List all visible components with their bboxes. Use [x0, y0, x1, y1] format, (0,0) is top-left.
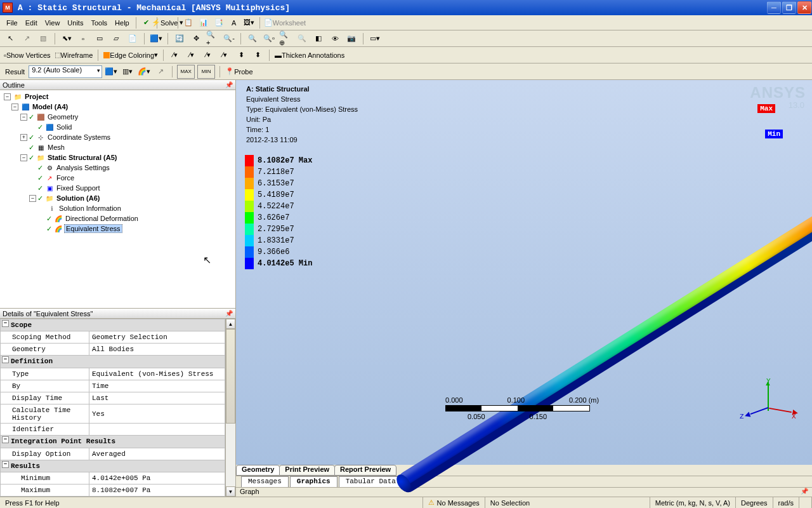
tree-toggle[interactable]: − — [20, 114, 27, 121]
edge2-icon[interactable]: ∕▾ — [185, 48, 199, 62]
details-pin-icon[interactable]: 📌 — [225, 310, 233, 317]
tree-force[interactable]: Force — [55, 174, 75, 182]
val-by[interactable]: Time — [89, 380, 225, 392]
val-calchist[interactable]: Yes — [89, 404, 225, 423]
look-at-icon[interactable]: 👁 — [328, 32, 342, 46]
subtab-messages[interactable]: Messages — [241, 476, 289, 487]
scroll-down-icon[interactable]: ▼ — [226, 486, 235, 497]
tab-print-preview[interactable]: Print Preview — [279, 465, 335, 476]
select2-icon[interactable]: ▧ — [36, 32, 50, 46]
zoom-box-icon[interactable]: 🔍▫ — [262, 32, 276, 46]
snapshot-icon[interactable]: 📷 — [344, 32, 358, 46]
tree-solid[interactable]: Solid — [55, 123, 73, 131]
val-geometry[interactable]: All Bodies — [89, 344, 225, 356]
contour-dropdown[interactable]: ▥▾ — [121, 65, 134, 79]
zoom-fit-icon[interactable]: 🔍 — [246, 32, 259, 46]
zoom-all-icon[interactable]: 🔍⊕ — [278, 32, 292, 46]
tree-mesh[interactable]: Mesh — [46, 144, 66, 151]
tb-btn-1[interactable]: 📋 — [181, 16, 195, 30]
box-select-icon[interactable]: ▭ — [93, 32, 107, 46]
outline-tree[interactable]: −📁Project −🟦Model (A4) −✓🟫Geometry ✓🟦Sol… — [0, 90, 235, 309]
menu-file[interactable]: File — [3, 18, 22, 28]
tree-dirdeform[interactable]: Directional Deformation — [64, 215, 140, 222]
maximize-button[interactable]: ❐ — [782, 1, 796, 14]
tab-report-preview[interactable]: Report Preview — [334, 465, 396, 476]
copy-icon[interactable]: 📄 — [126, 32, 140, 46]
3d-viewport[interactable]: ANSYS 13.0 A: Static Structural Equivale… — [236, 80, 812, 465]
scroll-thumb[interactable] — [226, 329, 235, 424]
show-vertices-button[interactable]: ▫Show Vertices — [3, 48, 51, 62]
menu-edit[interactable]: Edit — [22, 18, 41, 28]
beam-model[interactable] — [395, 175, 812, 493]
tree-toggle[interactable]: − — [29, 195, 36, 202]
text-button[interactable]: A — [227, 16, 241, 30]
tree-toggle[interactable]: − — [4, 93, 11, 100]
tree-toggle[interactable]: + — [20, 134, 27, 141]
menu-view[interactable]: View — [41, 18, 64, 28]
scroll-up-icon[interactable]: ▲ — [226, 319, 235, 329]
rotate-icon[interactable]: 🔄 — [173, 32, 187, 46]
tree-solinfo[interactable]: Solution Information — [58, 204, 122, 212]
pointer-dropdown[interactable]: ⬉▾ — [60, 32, 74, 46]
tree-analysis[interactable]: Analysis Settings — [55, 164, 111, 171]
tree-toggle[interactable]: − — [11, 104, 18, 110]
zoom-in-icon[interactable]: 🔍+ — [206, 32, 219, 46]
thicken-button[interactable]: ▬Thicken Annotations — [274, 48, 345, 62]
min-button[interactable]: MIN — [197, 65, 215, 79]
subtab-graphics[interactable]: Graphics — [290, 476, 337, 487]
subtab-tabular[interactable]: Tabular Data — [339, 476, 403, 487]
max-button[interactable]: MAX — [177, 65, 195, 79]
edge3-icon[interactable]: ∕▾ — [201, 48, 215, 62]
details-scrollbar[interactable]: ▲ ▼ — [225, 319, 235, 497]
zoom-prev-icon[interactable]: 🔍 — [295, 32, 309, 46]
select-icon[interactable]: ↗ — [20, 32, 34, 46]
vec-icon[interactable]: ↗ — [154, 65, 167, 79]
tree-toggle[interactable]: − — [20, 154, 27, 161]
val-dispopt[interactable]: Averaged — [89, 448, 225, 460]
band-dropdown[interactable]: 🌈▾ — [137, 65, 151, 79]
orientation-triad[interactable]: Y X Z — [742, 382, 793, 433]
tree-equiv-stress[interactable]: Equivalent Stress — [64, 224, 122, 233]
edge-coloring-button[interactable]: Edge Coloring▾ — [103, 48, 159, 62]
shape-dropdown[interactable]: 🟦▾ — [104, 65, 118, 79]
wireframe-button[interactable]: ⬚Wireframe — [54, 48, 94, 62]
edge5-icon[interactable]: ⬍ — [234, 48, 248, 62]
edge1-icon[interactable]: ∕▾ — [168, 48, 182, 62]
tree-static[interactable]: Static Structural (A5) — [46, 154, 118, 161]
tb-btn-2[interactable]: 📊 — [197, 16, 211, 30]
outline-pin-icon[interactable]: 📌 — [225, 81, 233, 88]
edge4-icon[interactable]: ∕▾ — [218, 48, 232, 62]
tree-solution[interactable]: Solution (A6) — [55, 194, 101, 202]
probe-button[interactable]: 📍Probe — [225, 65, 253, 79]
tree-model[interactable]: Model (A4) — [31, 103, 69, 110]
menu-help[interactable]: Help — [111, 18, 133, 28]
section-scope[interactable]: Scope — [1, 319, 225, 331]
val-ident[interactable] — [89, 424, 225, 436]
scale-dropdown[interactable]: 9.2 (Auto Scale) — [29, 65, 102, 78]
view-dropdown[interactable]: 🟦▾ — [149, 32, 163, 46]
menu-units[interactable]: Units — [63, 18, 87, 28]
minimize-button[interactable]: ─ — [767, 1, 781, 14]
edge6-icon[interactable]: ⬍ — [251, 48, 265, 62]
iso-icon[interactable]: ◧ — [311, 32, 325, 46]
val-scoping[interactable]: Geometry Selection — [89, 331, 225, 344]
zoom-out-icon[interactable]: 🔍- — [222, 32, 236, 46]
image-button[interactable]: 🖼▾ — [242, 16, 256, 30]
section-res[interactable]: Results — [1, 460, 225, 472]
close-button[interactable]: ✕ — [797, 1, 811, 14]
lasso-select-icon[interactable]: ▱ — [109, 32, 123, 46]
menu-tools[interactable]: Tools — [87, 18, 111, 28]
tb-btn-3[interactable]: 📑 — [212, 16, 226, 30]
details-table[interactable]: Scope Scoping MethodGeometry Selection G… — [0, 319, 225, 497]
tree-coord[interactable]: Coordinate Systems — [46, 133, 112, 141]
single-select-icon[interactable]: ▫ — [76, 32, 90, 46]
pan-icon[interactable]: ✥ — [189, 32, 203, 46]
tab-geometry[interactable]: Geometry — [236, 465, 280, 476]
solve-button[interactable]: ⚡Solve▾ — [160, 16, 174, 30]
section-def[interactable]: Definition — [1, 356, 225, 368]
tree-project[interactable]: Project — [23, 93, 49, 100]
tree-geometry[interactable]: Geometry — [46, 113, 79, 121]
val-type[interactable]: Equivalent (von-Mises) Stress — [89, 368, 225, 380]
viewport-split-icon[interactable]: ▭▾ — [368, 32, 382, 46]
tree-fixed[interactable]: Fixed Support — [55, 184, 101, 192]
